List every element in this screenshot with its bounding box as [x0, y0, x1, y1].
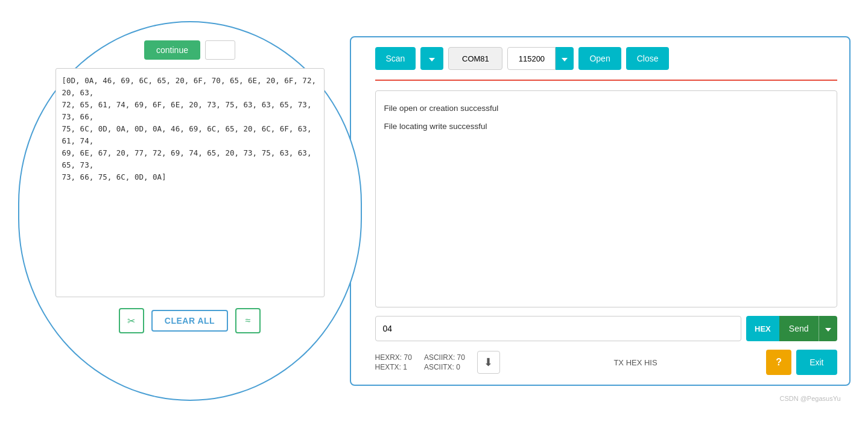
status-row: HEXRX: 70 HEXTX: 1 ASCIIRX: 70 ASCIITX: … — [375, 350, 837, 375]
asciitx-label: ASCIITX: 0 — [424, 363, 465, 371]
message-line-1: File open or creation successful — [384, 99, 828, 118]
baud-chevron-icon — [562, 54, 568, 63]
scan-button[interactable]: Scan — [375, 47, 416, 70]
tx-hex-his-label: TX HEX HIS — [505, 358, 766, 367]
continue-row: continue — [144, 40, 235, 60]
divider-line — [375, 80, 837, 81]
continue-input[interactable] — [205, 40, 235, 60]
download-icon: ⬇ — [484, 356, 493, 369]
question-button[interactable]: ? — [766, 350, 791, 375]
chevron-down-icon — [429, 54, 435, 63]
continue-button[interactable]: continue — [144, 40, 200, 60]
send-input[interactable] — [375, 316, 742, 341]
left-bottom-row: ✂ CLEAR ALL ≈ — [119, 308, 261, 333]
toolbar-row: Scan Open Close — [375, 47, 837, 70]
left-panel: continue [0D, 0A, 46, 69, 6C, 65, 20, 6F… — [18, 21, 362, 401]
clear-all-button[interactable]: CLEAR ALL — [151, 310, 228, 332]
port-input[interactable] — [448, 47, 502, 70]
hexrx-label: HEXRX: 70 — [375, 353, 412, 362]
baud-group — [507, 47, 574, 70]
hex-button[interactable]: HEX — [746, 316, 779, 341]
scissors-icon: ✂ — [127, 315, 135, 327]
send-button[interactable]: Send — [779, 316, 819, 341]
wind-button[interactable]: ≈ — [235, 308, 261, 333]
send-chevron-icon — [825, 324, 831, 333]
hextx-value: 1 — [403, 363, 407, 371]
stats-hex: HEXRX: 70 HEXTX: 1 — [375, 353, 412, 371]
exit-button[interactable]: Exit — [796, 350, 837, 375]
watermark: CSDN @PegasusYu — [779, 395, 840, 402]
download-button[interactable]: ⬇ — [477, 351, 500, 374]
wind-icon: ≈ — [246, 315, 251, 326]
hex-output-area[interactable]: [0D, 0A, 46, 69, 6C, 65, 20, 6F, 70, 65,… — [55, 68, 325, 297]
right-panel: Scan Open Close File open or creation su… — [350, 36, 851, 386]
message-area: File open or creation successful File lo… — [375, 90, 837, 307]
baud-dropdown-button[interactable] — [556, 47, 574, 70]
message-line-2: File locating write successful — [384, 118, 828, 136]
hextx-label: HEXTX: 1 — [375, 363, 412, 371]
send-row: HEX Send — [375, 316, 837, 341]
close-button[interactable]: Close — [626, 47, 670, 70]
question-icon: ? — [776, 357, 782, 368]
send-dropdown-button[interactable] — [819, 316, 837, 341]
asciirx-value: 70 — [457, 353, 465, 362]
open-button[interactable]: Open — [578, 47, 621, 70]
baud-input[interactable] — [507, 47, 556, 70]
send-group: HEX Send — [746, 316, 837, 341]
asciitx-value: 0 — [456, 363, 460, 371]
stats-ascii: ASCIIRX: 70 ASCIITX: 0 — [424, 353, 465, 371]
scan-dropdown-button[interactable] — [420, 47, 443, 70]
scissors-button[interactable]: ✂ — [119, 308, 144, 333]
asciirx-label: ASCIIRX: 70 — [424, 353, 465, 362]
main-container: continue [0D, 0A, 46, 69, 6C, 65, 20, 6F… — [18, 15, 851, 407]
hexrx-value: 70 — [404, 353, 412, 362]
